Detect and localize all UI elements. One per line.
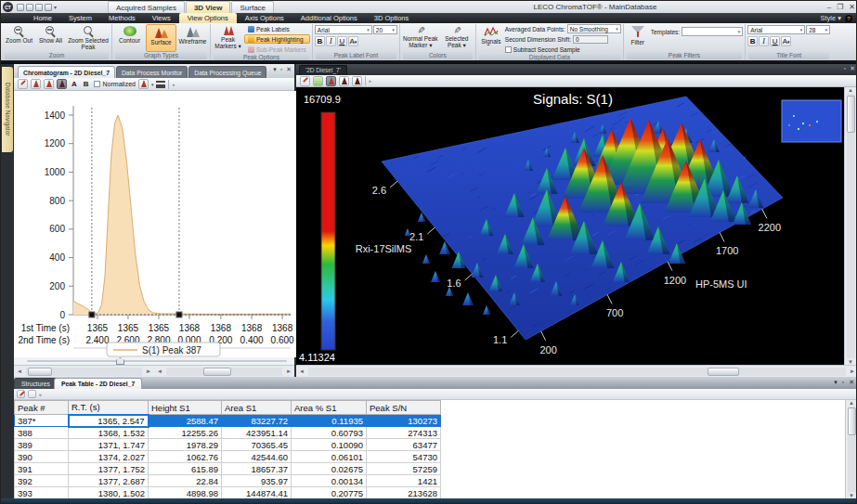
table-cell[interactable]: 54730 — [367, 451, 441, 463]
table-cell[interactable]: 70365.45 — [222, 439, 292, 451]
report-icon[interactable] — [45, 4, 52, 11]
peak-color-dropdown-icon[interactable]: ▾ — [151, 82, 154, 87]
table-cell[interactable]: 1062.76 — [149, 451, 222, 463]
chromatogram-tab-1[interactable]: Data Process Monitor — [116, 66, 188, 78]
ribbon-tab-0[interactable]: Home — [25, 13, 60, 23]
ribbon-tab-5[interactable]: Axis Options — [237, 13, 292, 23]
doc-tab-1[interactable]: 3D View — [186, 1, 231, 13]
close-button[interactable]: ✕ — [849, 3, 855, 11]
surface-close-icon[interactable]: ✕ — [850, 65, 855, 72]
chromatogram-hscrollbar[interactable]: ◄ ► ◄ ► — [14, 365, 294, 377]
wireframe-button[interactable]: Wireframe — [177, 24, 208, 52]
table-pin-icon[interactable] — [17, 390, 25, 398]
maximize-button[interactable]: ❐ — [837, 3, 843, 11]
peak-underline-button[interactable]: U — [337, 36, 347, 46]
table-cell[interactable]: 0.02675 — [292, 463, 367, 475]
column-header[interactable]: Area % S1 — [292, 401, 367, 415]
panel-close-icon[interactable]: ✕ — [286, 66, 292, 73]
print-icon[interactable] — [35, 4, 43, 11]
table-cell[interactable]: 0.11935 — [292, 415, 367, 427]
surface-wireframe2-icon[interactable] — [352, 76, 362, 86]
table-cell[interactable]: 0.20775 — [292, 487, 367, 499]
scroll-left-icon[interactable]: ◄ — [14, 368, 25, 374]
surface-wireframe-icon[interactable] — [339, 76, 349, 86]
surface-float-icon[interactable]: ▫ — [844, 65, 846, 72]
table-row[interactable]: 3921377, 2.68722.84935.970.001341421 — [15, 475, 441, 487]
chromatogram-chart[interactable]: 020040060080010001200140013652.40013652.… — [14, 91, 294, 357]
column-header[interactable]: Peak # — [15, 401, 69, 415]
column-header[interactable]: Height S1 — [149, 401, 222, 415]
table-cell[interactable]: 390 — [15, 451, 69, 463]
table-vscrollbar[interactable]: ▲ ▼ — [845, 400, 857, 498]
peak-markers-button[interactable]: Peak Markers ▾ — [213, 24, 243, 54]
surface-scroll-right-icon[interactable]: ► — [847, 368, 857, 374]
minimize-button[interactable]: – — [827, 3, 831, 11]
signals-button[interactable]: Signals — [478, 24, 504, 54]
table-cell[interactable]: 18657.37 — [222, 463, 292, 475]
table-cell[interactable]: 0.00134 — [292, 475, 367, 487]
title-bold-button[interactable]: B — [747, 36, 758, 46]
chart-type-3-icon[interactable] — [57, 79, 67, 89]
table-toolbar-overflow-icon[interactable]: » — [39, 392, 42, 397]
export-icon[interactable] — [26, 4, 33, 11]
table-cell[interactable]: 42544.60 — [222, 451, 292, 463]
sub-peak-markers-toggle[interactable]: Sub-Peak Markers — [244, 45, 310, 54]
table-row[interactable]: 3911377, 1.752615.8918657.370.0267557259 — [15, 463, 441, 475]
column-header[interactable]: Area S1 — [222, 401, 292, 415]
table-cell[interactable]: 1374, 2.027 — [69, 451, 149, 463]
scroll-right2-icon[interactable]: ► — [283, 368, 294, 374]
chart-type-1-icon[interactable] — [31, 79, 41, 89]
peak-labels-toggle[interactable]: Peak Labels — [244, 24, 310, 33]
ribbon-tab-6[interactable]: Additional Options — [292, 13, 366, 23]
peak-font-select[interactable]: Arial▾ — [315, 25, 372, 34]
table-row[interactable]: 3891371, 1.7471978.2970365.450.100906347… — [15, 439, 441, 451]
table-grid-icon[interactable] — [28, 390, 36, 398]
table-row[interactable]: 387*1365, 2.5472588.4783227.720.11935130… — [15, 415, 441, 427]
title-italic-button[interactable]: I — [759, 36, 769, 46]
style-dropdown[interactable]: Style ▾ — [820, 14, 841, 22]
table-cell[interactable]: 2588.47 — [149, 415, 222, 427]
table-cell[interactable]: 1380, 1.502 — [69, 487, 149, 499]
ribbon-tab-2[interactable]: Methods — [100, 13, 144, 23]
column-header[interactable]: R.T. (s) — [69, 401, 149, 415]
selected-peak-color-button[interactable]: ✎ Selected Peak ▾ — [440, 24, 474, 52]
table-cell[interactable]: 63477 — [367, 439, 441, 451]
table-cell[interactable]: 1421 — [367, 475, 441, 487]
dock-menu-icon[interactable]: ▾ — [834, 379, 838, 386]
ribbon-tab-1[interactable]: System — [60, 13, 100, 23]
app-logo-icon[interactable]: CT — [3, 2, 13, 12]
surface-pin-icon[interactable] — [300, 76, 310, 86]
averaged-data-points-select[interactable]: No Smoothing▾ — [567, 24, 621, 33]
table-cell[interactable]: 22.84 — [149, 475, 222, 487]
ribbon-tab-7[interactable]: 3D Options — [366, 13, 418, 23]
table-cell[interactable]: 12255.26 — [149, 427, 222, 439]
doc-tab-0[interactable]: Acquired Samples — [108, 1, 185, 13]
table-cell[interactable]: 389 — [15, 439, 69, 451]
surface-contour-icon[interactable] — [313, 76, 323, 86]
surface-surface-icon[interactable] — [326, 76, 336, 86]
title-font-select[interactable]: Arial▾ — [747, 25, 805, 34]
panel-menu-icon[interactable]: ▾ — [273, 66, 277, 73]
contour-button[interactable]: Contour — [114, 24, 145, 52]
pin-icon[interactable] — [18, 79, 28, 89]
toolbar-overflow-icon[interactable]: » — [172, 82, 175, 87]
doc-tab-2[interactable]: Surface — [231, 1, 274, 13]
help-icon[interactable]: ? — [845, 15, 852, 22]
surface-hscrollbar[interactable]: ◄ ► — [296, 365, 857, 377]
scroll-up-icon[interactable]: ▲ — [848, 87, 853, 93]
table-scroll-up-icon[interactable]: ▲ — [849, 400, 854, 406]
chart-type-2-icon[interactable] — [44, 79, 54, 89]
table-cell[interactable]: 1371, 1.747 — [69, 439, 149, 451]
table-row[interactable]: 3881368, 1.53212255.26423951.140.6079327… — [15, 427, 441, 439]
dock-close-icon[interactable]: ✕ — [849, 379, 854, 386]
table-cell[interactable]: 83227.72 — [222, 415, 292, 427]
table-row[interactable]: 3901374, 2.0271062.7642544.600.061015473… — [15, 451, 441, 463]
table-cell[interactable]: 392 — [15, 475, 69, 487]
column-header[interactable]: Peak S/N — [367, 401, 441, 415]
panel-float-icon[interactable]: ▫ — [280, 66, 282, 73]
peak-bold-button[interactable]: B — [315, 36, 325, 46]
title-underline-button[interactable]: U — [770, 36, 780, 46]
table-row[interactable]: 3931380, 1.5024898.98144874.410.20775213… — [15, 487, 441, 499]
peak-table[interactable]: Peak #R.T. (s)Height S1Area S1Area % S1P… — [14, 400, 441, 499]
title-font-color-button[interactable]: A▾ — [781, 36, 791, 46]
